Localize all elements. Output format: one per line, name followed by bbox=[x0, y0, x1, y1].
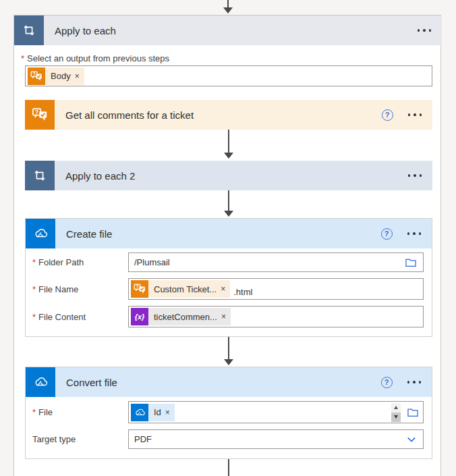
field-label: * File Name bbox=[32, 278, 78, 300]
comments-icon bbox=[131, 280, 148, 298]
more-menu-button[interactable] bbox=[407, 230, 422, 238]
more-menu-button[interactable] bbox=[407, 378, 422, 386]
onedrive-icon bbox=[26, 367, 55, 397]
card-title: Convert file bbox=[66, 377, 117, 388]
spinner-up-button[interactable] bbox=[391, 403, 401, 413]
value-spinner[interactable] bbox=[391, 403, 401, 422]
convert-file-header[interactable]: Convert file ? bbox=[26, 367, 432, 397]
chevron-down-icon bbox=[405, 433, 418, 446]
connector-line bbox=[228, 459, 229, 476]
folder-picker-button[interactable] bbox=[404, 256, 418, 269]
token-remove-button[interactable]: × bbox=[221, 312, 226, 321]
flow-designer-canvas: Apply to each * Select an output from pr… bbox=[0, 0, 456, 476]
onedrive-icon bbox=[26, 219, 55, 248]
more-menu-button[interactable] bbox=[408, 171, 422, 180]
card-title: Get all comments for a ticket bbox=[65, 109, 194, 121]
field-label: * File bbox=[32, 401, 53, 423]
field-label: Target type bbox=[32, 429, 76, 449]
token-remove-button[interactable]: × bbox=[165, 408, 170, 417]
folder-path-input[interactable]: /Plumsail bbox=[128, 253, 424, 272]
connector-line bbox=[228, 190, 229, 211]
field-label: * Select an output from previous steps bbox=[21, 53, 169, 63]
token-remove-button[interactable]: × bbox=[75, 72, 80, 81]
spinner-down-button[interactable] bbox=[391, 413, 401, 422]
field-label: * Folder Path bbox=[32, 253, 84, 272]
help-button[interactable]: ? bbox=[381, 377, 393, 388]
create-file-header[interactable]: Create file ? bbox=[26, 219, 432, 248]
connector-line bbox=[228, 130, 229, 153]
apply-to-each-scope: Apply to each * Select an output from pr… bbox=[13, 15, 441, 476]
ticket-comments-token[interactable]: {x} ticketCommen... × bbox=[131, 308, 231, 325]
connector-arrowhead-icon bbox=[224, 211, 233, 217]
file-content-input[interactable]: {x} ticketCommen... × bbox=[128, 306, 424, 327]
folder-picker-button[interactable] bbox=[406, 406, 420, 419]
scope-title: Apply to each 2 bbox=[65, 170, 135, 182]
loop-icon bbox=[14, 16, 44, 45]
connector-arrowhead-icon bbox=[223, 7, 233, 14]
help-button[interactable]: ? bbox=[382, 109, 393, 121]
token-remove-button[interactable]: × bbox=[221, 284, 225, 294]
get-comments-card-header[interactable]: Get all comments for a ticket ? bbox=[25, 100, 432, 130]
comments-icon bbox=[28, 68, 45, 85]
connector-line bbox=[228, 337, 229, 360]
variable-icon: {x} bbox=[131, 308, 148, 325]
more-menu-button[interactable] bbox=[418, 26, 432, 34]
output-field-input[interactable]: Body × bbox=[25, 65, 432, 86]
connector-arrowhead-icon bbox=[224, 359, 233, 365]
more-menu-button[interactable] bbox=[408, 111, 422, 119]
body-token[interactable]: Body × bbox=[28, 68, 84, 85]
scope-title: Apply to each bbox=[55, 25, 116, 36]
field-label: * File Content bbox=[32, 306, 86, 327]
filename-suffix: .html bbox=[233, 287, 252, 297]
required-asterisk: * bbox=[21, 53, 24, 63]
id-token[interactable]: Id × bbox=[131, 404, 175, 421]
custom-ticket-token[interactable]: Custom Ticket... × bbox=[131, 280, 230, 298]
comments-icon bbox=[25, 100, 55, 130]
loop-icon bbox=[25, 161, 55, 190]
convert-file-card: Convert file ? * File Id × bbox=[25, 367, 432, 459]
help-button[interactable]: ? bbox=[381, 228, 393, 240]
card-title: Create file bbox=[66, 228, 112, 240]
apply-to-each-header[interactable]: Apply to each bbox=[14, 16, 442, 45]
connector-arrowhead-icon bbox=[224, 153, 233, 159]
target-type-select[interactable]: PDF bbox=[128, 429, 424, 449]
onedrive-icon bbox=[131, 404, 148, 421]
file-input[interactable]: Id × bbox=[128, 401, 424, 423]
create-file-card: Create file ? * Folder Path /Plumsail * … bbox=[25, 218, 432, 337]
file-name-input[interactable]: Custom Ticket... × .html bbox=[128, 278, 424, 300]
apply-to-each-2-header[interactable]: Apply to each 2 bbox=[25, 161, 432, 190]
